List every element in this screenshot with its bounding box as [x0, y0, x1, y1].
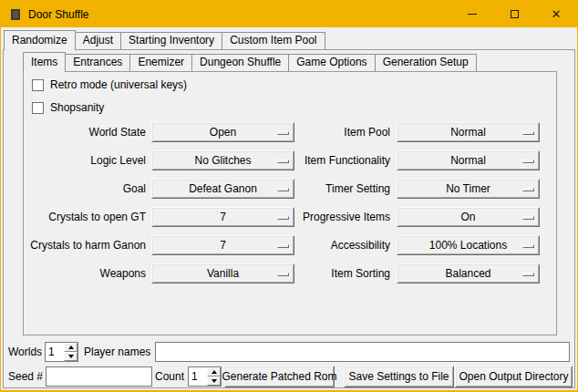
item-functionality-dropdown[interactable]: Normal	[397, 150, 540, 170]
weapons-label: Weapons	[24, 263, 146, 284]
logic-level-dropdown[interactable]: No Glitches	[151, 150, 294, 170]
weapons-dropdown[interactable]: Vanilla	[151, 263, 294, 284]
setting-row: World State Open Item Pool Normal	[24, 122, 556, 142]
retro-mode-label: Retro mode (universal keys)	[50, 78, 187, 91]
dropdown-indicator-icon	[522, 216, 534, 220]
titlebar: Door Shuffle ✕	[1, 1, 577, 27]
spinner-up-button[interactable]	[64, 343, 77, 352]
logic-level-value: No Glitches	[194, 154, 251, 167]
shopsanity-checkbox[interactable]	[32, 102, 44, 114]
minimize-icon	[468, 14, 477, 15]
setting-row: Logic Level No Glitches Item Functionali…	[24, 150, 556, 170]
count-spinner[interactable]: 1	[188, 366, 222, 387]
item-functionality-label: Item Functionality	[294, 150, 390, 170]
crystals-gt-value: 7	[220, 211, 226, 223]
dropdown-indicator-icon	[277, 244, 289, 248]
subtab-entrances[interactable]: Entrances	[65, 54, 130, 71]
spinner-down-button[interactable]	[207, 377, 221, 386]
shopsanity-label: Shopsanity	[50, 101, 104, 114]
shopsanity-row: Shopsanity	[32, 100, 104, 115]
setting-row: Weapons Vanilla Item Sorting Balanced	[24, 263, 556, 284]
item-sorting-value: Balanced	[445, 267, 490, 280]
tab-custom-item-pool[interactable]: Custom Item Pool	[222, 32, 325, 49]
count-value: 1	[189, 367, 207, 386]
app-window: Door Shuffle ✕ Randomize Adjust Starting…	[0, 0, 578, 392]
subtab-game-options[interactable]: Game Options	[288, 54, 375, 71]
seed-label: Seed #	[8, 366, 43, 387]
crystals-ganon-label: Crystals to harm Ganon	[24, 235, 146, 255]
setting-row: Crystals to open GT 7 Progressive Items …	[24, 207, 556, 227]
crystals-ganon-value: 7	[220, 239, 226, 252]
dropdown-indicator-icon	[277, 216, 289, 220]
setting-row: Goal Defeat Ganon Timer Setting No Timer	[24, 179, 556, 199]
item-sorting-dropdown[interactable]: Balanced	[397, 263, 540, 284]
world-state-value: Open	[210, 126, 236, 139]
spinner-up-icon	[68, 346, 74, 349]
subtab-generation-setup[interactable]: Generation Setup	[375, 54, 477, 71]
dropdown-indicator-icon	[522, 188, 534, 191]
worlds-value: 1	[46, 343, 64, 361]
subtab-enemizer[interactable]: Enemizer	[129, 54, 192, 71]
dropdown-indicator-icon	[277, 273, 289, 276]
dropdown-indicator-icon	[522, 273, 534, 276]
weapons-value: Vanilla	[207, 267, 239, 280]
dropdown-indicator-icon	[522, 131, 534, 135]
save-settings-button[interactable]: Save Settings to File	[344, 366, 454, 387]
window-controls: ✕	[451, 1, 577, 27]
dropdown-indicator-icon	[522, 160, 534, 163]
count-label: Count	[155, 366, 184, 387]
items-pane: Retro mode (universal keys) Shopsanity W…	[23, 71, 557, 335]
spinner-up-button[interactable]	[207, 367, 221, 377]
client-area: Randomize Adjust Starting Inventory Cust…	[1, 28, 577, 390]
worlds-label: Worlds	[8, 342, 42, 362]
progressive-items-dropdown[interactable]: On	[397, 207, 540, 227]
crystals-ganon-dropdown[interactable]: 7	[151, 235, 294, 255]
player-names-input[interactable]	[155, 342, 570, 362]
tab-starting-inventory[interactable]: Starting Inventory	[120, 32, 222, 49]
subtab-items[interactable]: Items	[23, 52, 66, 72]
progressive-items-value: On	[460, 211, 475, 223]
randomize-pane: Items Entrances Enemizer Dungeon Shuffle…	[3, 49, 575, 388]
accessibility-value: 100% Locations	[429, 239, 507, 252]
main-tab-bar: Randomize Adjust Starting Inventory Cust…	[4, 30, 325, 49]
retro-mode-checkbox[interactable]	[32, 79, 44, 91]
subtab-dungeon-shuffle[interactable]: Dungeon Shuffle	[191, 54, 289, 71]
player-names-label: Player names	[84, 342, 150, 362]
worlds-spinner[interactable]: 1	[45, 342, 78, 362]
world-state-dropdown[interactable]: Open	[151, 122, 294, 142]
generate-patched-rom-button[interactable]: Generate Patched Rom	[224, 366, 335, 387]
crystals-gt-dropdown[interactable]: 7	[151, 207, 294, 227]
open-output-directory-button[interactable]: Open Output Directory	[455, 366, 573, 387]
sub-tab-bar: Items Entrances Enemizer Dungeon Shuffle…	[23, 52, 477, 71]
count-spinner-buttons	[207, 367, 221, 386]
dropdown-indicator-icon	[277, 188, 289, 191]
item-pool-value: Normal	[450, 126, 486, 139]
timer-setting-dropdown[interactable]: No Timer	[397, 179, 540, 199]
maximize-icon	[511, 10, 519, 18]
tab-randomize[interactable]: Randomize	[4, 30, 76, 50]
timer-setting-label: Timer Setting	[294, 179, 390, 199]
worlds-spinner-buttons	[64, 343, 77, 361]
app-icon	[8, 7, 23, 22]
item-functionality-value: Normal	[450, 154, 486, 167]
spinner-down-button[interactable]	[64, 352, 77, 361]
timer-setting-value: No Timer	[446, 182, 490, 195]
seed-input[interactable]	[46, 366, 152, 387]
accessibility-label: Accessibility	[294, 235, 390, 255]
accessibility-dropdown[interactable]: 100% Locations	[397, 235, 540, 255]
minimize-button[interactable]	[451, 1, 493, 27]
dropdown-indicator-icon	[277, 160, 289, 163]
tab-adjust[interactable]: Adjust	[75, 32, 121, 49]
setting-row: Crystals to harm Ganon 7 Accessibility 1…	[24, 235, 556, 255]
goal-label: Goal	[24, 179, 146, 199]
item-pool-label: Item Pool	[294, 122, 390, 142]
retro-mode-row: Retro mode (universal keys)	[32, 77, 187, 92]
close-icon: ✕	[552, 8, 562, 20]
maximize-button[interactable]	[493, 1, 535, 27]
dropdown-indicator-icon	[277, 131, 289, 135]
item-pool-dropdown[interactable]: Normal	[397, 122, 540, 142]
spinner-down-icon	[212, 379, 217, 383]
close-button[interactable]: ✕	[535, 1, 577, 27]
goal-dropdown[interactable]: Defeat Ganon	[151, 179, 294, 199]
item-sorting-label: Item Sorting	[294, 263, 390, 284]
